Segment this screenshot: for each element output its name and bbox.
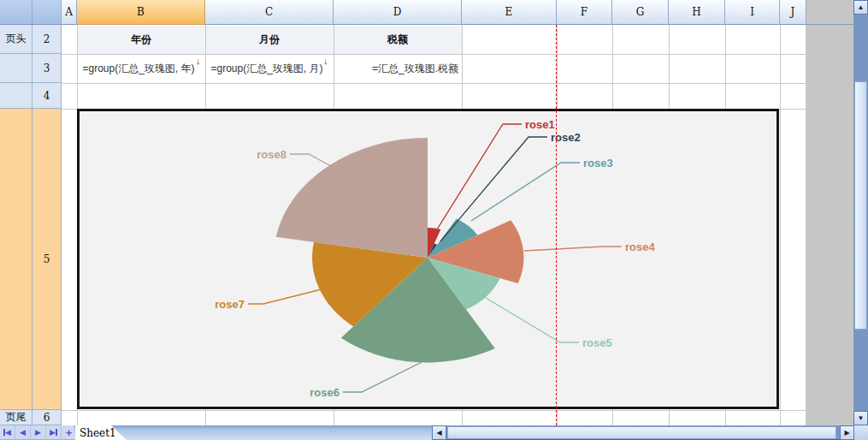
arrow-right-icon: ▶ (844, 430, 849, 437)
column-header-B-selected[interactable]: B (77, 0, 205, 25)
previous-sheet-button[interactable]: ◀ (15, 425, 31, 440)
scrollbar-corner (854, 425, 868, 440)
column-header-H[interactable]: H (669, 0, 725, 25)
cell-C2[interactable]: 月份 (205, 25, 334, 54)
corner-row-group-header[interactable] (0, 0, 32, 25)
rose-label-rose7: rose7 (215, 298, 245, 311)
sheet-tab-bar: ◀ ◀ ▶ ▶ + Sheet1 ◀ ▶ (0, 425, 868, 440)
outside-sheet-area (806, 0, 853, 425)
sheet-nav-buttons: ◀ ◀ ▶ ▶ + (0, 425, 74, 440)
grid-line (62, 83, 806, 84)
label-leader-line (343, 362, 422, 392)
grid-line (62, 410, 806, 411)
first-sheet-button[interactable]: ◀ (0, 425, 15, 440)
row-group-page-header[interactable]: 页头 (0, 25, 32, 54)
column-header-G[interactable]: G (612, 0, 669, 25)
last-sheet-button[interactable]: ▶ (46, 425, 62, 440)
report-designer-sheet: A B C D E F G H I J 页头 页尾 2 3 4 5 6 年份 月… (0, 0, 868, 440)
row-group-selected-5[interactable] (0, 109, 32, 410)
cell-B2[interactable]: 年份 (77, 25, 205, 54)
cell-D2[interactable]: 税额 (334, 25, 462, 54)
arrow-up-icon: ▲ (858, 4, 865, 11)
row-header-6[interactable]: 6 (32, 410, 62, 425)
label-leader-line (471, 163, 580, 221)
row-group-blank-3[interactable] (0, 54, 32, 83)
label-leader-line (290, 154, 331, 166)
corner-row-number-header[interactable] (32, 0, 62, 25)
arrow-left-icon: ◀ (436, 430, 441, 437)
column-header-filler (806, 0, 853, 25)
scroll-left-button[interactable]: ◀ (432, 425, 446, 440)
scroll-up-button[interactable]: ▲ (853, 0, 868, 15)
last-sheet-icon (56, 429, 57, 436)
column-header-D[interactable]: D (334, 0, 462, 25)
horizontal-scrollbar-thumb[interactable] (447, 426, 836, 439)
expand-direction-arrow-icon: ↓ (323, 56, 328, 66)
column-header-A[interactable]: A (62, 0, 77, 25)
scroll-down-button[interactable]: ▼ (853, 411, 868, 425)
column-header-I[interactable]: I (725, 0, 780, 25)
expand-direction-arrow-icon: ↓ (196, 56, 201, 66)
rose-label-rose5: rose5 (582, 336, 612, 349)
label-leader-line (248, 289, 322, 304)
row-header-5-selected[interactable]: 5 (32, 109, 62, 410)
row-header-3[interactable]: 3 (32, 54, 62, 83)
column-header-C[interactable]: C (205, 0, 334, 25)
scroll-right-button[interactable]: ▶ (840, 425, 854, 440)
page-break-line (556, 25, 557, 425)
rose-slice-rose8[interactable] (276, 138, 428, 258)
column-header-E[interactable]: E (462, 0, 557, 25)
grid-line (780, 25, 781, 425)
column-header-F[interactable]: F (557, 0, 612, 25)
row-header-2[interactable]: 2 (32, 25, 62, 54)
label-leader-line (437, 124, 522, 229)
next-sheet-button[interactable]: ▶ (31, 425, 46, 440)
nightingale-rose-chart: rose1rose2rose3rose4rose5rose6rose7rose8 (80, 111, 776, 407)
column-header-J[interactable]: J (780, 0, 806, 25)
add-sheet-button[interactable]: + (62, 425, 77, 440)
row-group-page-footer[interactable]: 页尾 (0, 410, 32, 425)
label-leader-line (481, 295, 579, 342)
rose-label-rose1: rose1 (525, 118, 555, 131)
cell-B3-formula[interactable]: =group(汇总_玫瑰图, 年) (79, 54, 198, 83)
vertical-scrollbar-thumb[interactable] (854, 81, 867, 330)
tab-strip (74, 425, 432, 440)
arrow-down-icon: ▼ (858, 415, 865, 422)
cell-C3-formula[interactable]: =group(汇总_玫瑰图, 月) (207, 54, 327, 83)
label-leader-line (524, 247, 622, 251)
cell-D3-formula[interactable]: =汇总_玫瑰图.税额 (334, 54, 461, 83)
first-sheet-icon (3, 429, 5, 436)
vertical-scrollbar[interactable]: ▲ ▼ (853, 0, 868, 425)
rose-chart-widget[interactable]: rose1rose2rose3rose4rose5rose6rose7rose8 (77, 109, 779, 409)
row-group-blank-4[interactable] (0, 83, 32, 109)
rose-label-rose4: rose4 (625, 241, 655, 253)
row-header-4[interactable]: 4 (32, 83, 62, 109)
rose-label-rose8: rose8 (257, 148, 286, 161)
rose-label-rose3: rose3 (583, 157, 613, 169)
rose-label-rose6: rose6 (310, 386, 340, 399)
